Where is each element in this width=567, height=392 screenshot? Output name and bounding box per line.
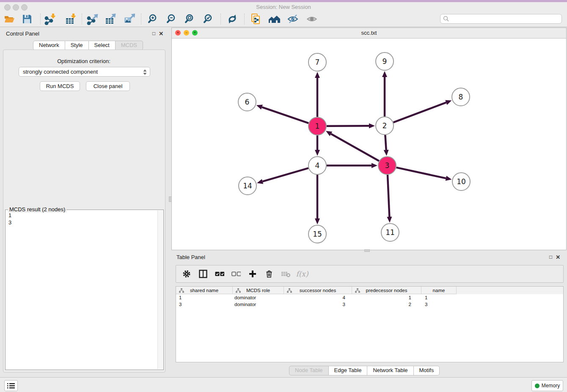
control-panel-tabbar: NetworkStyleSelectMCDS xyxy=(33,41,143,50)
mcds-result-item[interactable]: 1 xyxy=(8,212,157,219)
app-title: Session: New Session xyxy=(0,4,567,10)
mcds-result-item[interactable]: 3 xyxy=(8,219,157,226)
import-table-icon[interactable] xyxy=(64,13,76,25)
control-panel-title: Control Panel xyxy=(6,30,39,37)
tab-network[interactable]: Network xyxy=(33,41,65,50)
graph-arrowhead xyxy=(256,105,263,109)
table-row[interactable]: 1dominator411 xyxy=(176,294,563,301)
graph-node-label-7: 7 xyxy=(315,58,320,66)
float-table-panel-icon[interactable]: □ xyxy=(549,254,552,260)
table-cell[interactable]: dominator xyxy=(233,301,284,308)
export-network-icon[interactable] xyxy=(86,13,98,25)
settings-icon[interactable] xyxy=(182,269,191,279)
network-view-window: × – + scc.txt 7968124314101511 xyxy=(171,28,567,250)
zoom-fit-icon[interactable] xyxy=(184,13,196,25)
table-panel-title: Table Panel xyxy=(176,254,205,260)
tab-mcds[interactable]: MCDS xyxy=(116,41,143,50)
splitter-handle-vertical[interactable] xyxy=(169,196,172,202)
close-table-panel-icon[interactable]: ✕ xyxy=(556,254,560,260)
graph-edge-3-11[interactable] xyxy=(388,175,389,217)
search-field-wrap xyxy=(440,14,562,24)
column-header-name[interactable]: name xyxy=(421,287,457,294)
export-image-icon[interactable] xyxy=(123,13,135,25)
table-cell[interactable]: 4 xyxy=(284,294,352,301)
search-input[interactable] xyxy=(440,14,562,24)
export-table-icon[interactable] xyxy=(105,13,116,25)
clone-network-icon[interactable] xyxy=(250,13,262,25)
zoom-selected-icon[interactable] xyxy=(203,13,215,25)
graph-arrowhead xyxy=(384,150,389,156)
mcds-result-list[interactable]: 13 xyxy=(6,211,157,369)
table-cell[interactable]: 3 xyxy=(176,301,233,308)
graph-arrowhead xyxy=(369,123,375,128)
column-header-predecessor-nodes[interactable]: predecessor nodes xyxy=(352,287,421,294)
table-cell[interactable]: 3 xyxy=(284,301,352,308)
hide-graphics-details-icon[interactable] xyxy=(287,13,299,25)
run-mcds-button[interactable]: Run MCDS xyxy=(40,81,80,91)
search-icon xyxy=(443,16,449,23)
table-cell[interactable]: 1 xyxy=(352,294,421,301)
splitter-handle-horizontal[interactable] xyxy=(364,249,370,252)
float-panel-icon[interactable]: □ xyxy=(152,30,155,37)
graph-edge-1-2[interactable] xyxy=(327,126,369,126)
graph-node-label-10: 10 xyxy=(457,177,466,186)
table-tabbar: Node TableEdge TableNetwork TableMotifs xyxy=(289,366,440,375)
add-row-icon[interactable] xyxy=(248,269,257,279)
tab-network-table[interactable]: Network Table xyxy=(367,366,413,375)
status-bar: Memory xyxy=(0,377,567,392)
graph-arrowhead xyxy=(372,163,377,168)
graph-edge-2-8[interactable] xyxy=(394,102,446,122)
table-cell[interactable]: 1 xyxy=(176,294,233,301)
delete-row-icon[interactable] xyxy=(264,269,274,279)
close-panel-icon[interactable]: ✕ xyxy=(159,30,163,37)
network-canvas[interactable]: 7968124314101511 xyxy=(172,38,566,250)
graph-node-label-9: 9 xyxy=(383,57,387,66)
task-history-button[interactable] xyxy=(4,380,18,391)
graph-node-label-3: 3 xyxy=(385,161,390,170)
graph-edge-1-6[interactable] xyxy=(262,107,308,123)
graph-arrowhead xyxy=(382,71,387,77)
show-graphics-details-icon[interactable] xyxy=(306,13,318,25)
graph-edge-4-14[interactable] xyxy=(263,168,308,182)
result-scrollbar[interactable] xyxy=(157,210,163,369)
application-window: Session: New Session xyxy=(0,0,567,392)
graph-node-label-11: 11 xyxy=(385,228,395,237)
tab-edge-table[interactable]: Edge Table xyxy=(329,366,368,375)
home-icon[interactable] xyxy=(268,13,280,25)
table-cell[interactable]: 2 xyxy=(352,301,421,308)
table-cell[interactable]: 1 xyxy=(421,294,457,301)
graph-arrowhead xyxy=(446,176,452,181)
select-all-icon[interactable] xyxy=(215,269,224,279)
optimization-criterion-select[interactable]: strongly connected component xyxy=(19,67,150,77)
save-session-icon[interactable] xyxy=(21,13,33,25)
node-table[interactable]: shared nameMCDS rolesuccessor nodesprede… xyxy=(176,286,564,362)
tab-motifs[interactable]: Motifs xyxy=(414,366,440,375)
close-panel-button[interactable]: Close panel xyxy=(86,81,130,91)
tab-select[interactable]: Select xyxy=(89,41,116,50)
split-view-icon[interactable] xyxy=(198,269,208,279)
deselect-all-icon[interactable] xyxy=(231,269,241,279)
graph-arrowhead xyxy=(315,218,320,224)
zoom-in-icon[interactable] xyxy=(147,13,159,25)
column-header-successor-nodes[interactable]: successor nodes xyxy=(284,287,352,294)
table-cell[interactable]: 3 xyxy=(421,301,457,308)
table-cell[interactable]: dominator xyxy=(233,294,284,301)
column-header-shared-name[interactable]: shared name xyxy=(176,287,233,294)
tab-node-table[interactable]: Node Table xyxy=(289,366,329,375)
column-header-MCDS-role[interactable]: MCDS role xyxy=(233,287,284,294)
memory-label: Memory xyxy=(542,383,560,389)
import-network-icon[interactable] xyxy=(44,13,56,25)
graph-arrowhead xyxy=(387,217,392,223)
table-row[interactable]: 3dominator323 xyxy=(176,301,563,308)
refresh-icon[interactable] xyxy=(226,13,238,25)
optimization-criterion-label: Optimization criterion: xyxy=(3,58,165,64)
zoom-out-icon[interactable] xyxy=(166,13,178,25)
optimization-criterion-value: strongly connected component xyxy=(23,69,98,75)
graph-node-label-1: 1 xyxy=(315,122,320,130)
open-session-icon[interactable] xyxy=(3,13,15,25)
tab-style[interactable]: Style xyxy=(65,41,89,50)
graph-edge-3-1[interactable] xyxy=(331,134,379,161)
graph-edge-2-3[interactable] xyxy=(385,135,386,150)
graph-edge-3-10[interactable] xyxy=(396,168,446,178)
memory-button[interactable]: Memory xyxy=(531,380,563,391)
